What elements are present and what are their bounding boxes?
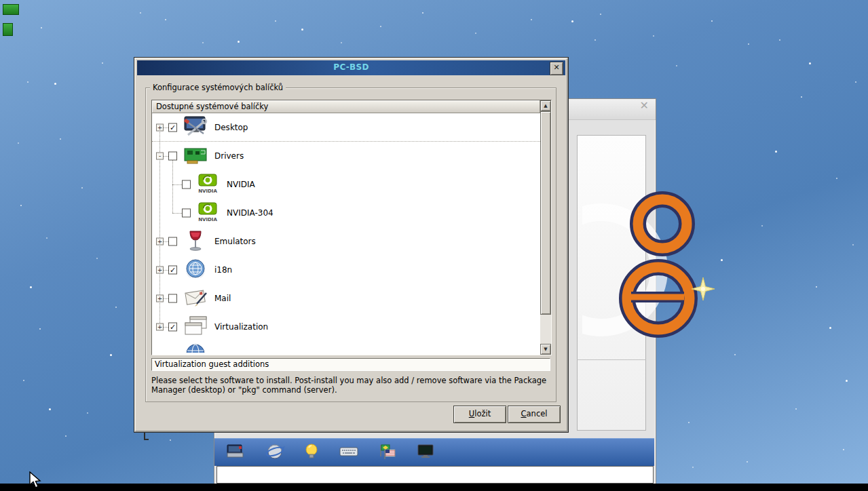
tree-item-label: i18n bbox=[214, 265, 232, 275]
desktop: ✕ bbox=[0, 0, 868, 491]
expand-icon[interactable]: + bbox=[156, 267, 164, 274]
tree-body: + ✓ bbox=[152, 113, 540, 355]
keyboard-icon bbox=[339, 441, 359, 462]
dialog-titlebar[interactable]: PC-BSD ✕ bbox=[137, 60, 565, 75]
tree-item-desktop[interactable]: + ✓ bbox=[152, 113, 540, 142]
checkbox[interactable] bbox=[182, 180, 191, 189]
network-globe-icon bbox=[265, 441, 285, 462]
tree-item-virtualization[interactable]: + ✓ Virtualization bbox=[152, 313, 540, 341]
checkbox[interactable] bbox=[168, 152, 177, 161]
expand-icon[interactable]: + bbox=[156, 295, 164, 302]
pcbsd-package-dialog: PC-BSD ✕ Konfigurace systémových balíčků… bbox=[134, 58, 568, 432]
star-speckles-bright bbox=[0, 0, 2, 2]
tree-item-label: NVIDIA-304 bbox=[227, 208, 273, 218]
terminal-icon bbox=[415, 441, 436, 462]
i18n-globe-icon bbox=[182, 258, 209, 282]
expand-icon[interactable]: + bbox=[156, 123, 164, 131]
installer-toolbar: Zrušit Zpět Další bbox=[214, 438, 654, 466]
virtualization-icon bbox=[182, 315, 209, 339]
scrollbar-thumb[interactable] bbox=[540, 111, 551, 315]
save-button[interactable]: Uložit bbox=[453, 406, 506, 423]
package-config-groupbox: Konfigurace systémových balíčků Dostupné… bbox=[145, 87, 556, 402]
nvidia-icon: NVIDIA bbox=[194, 201, 221, 225]
checkbox[interactable] bbox=[182, 209, 191, 218]
selected-item-status: Virtualization guest additions bbox=[151, 358, 550, 371]
drivers-icon bbox=[182, 144, 209, 168]
tree-item-label: Drivers bbox=[214, 151, 244, 161]
checkbox[interactable]: ✓ bbox=[168, 123, 177, 132]
tree-item-nvidia-304[interactable]: NVIDIA NVIDIA-304 bbox=[152, 199, 540, 227]
locale-flags-icon bbox=[376, 441, 396, 462]
checkbox[interactable] bbox=[168, 237, 177, 246]
install-software-icon bbox=[225, 441, 246, 462]
tree-item-label: Mail bbox=[214, 294, 231, 303]
button-label-part: ancel bbox=[527, 409, 548, 418]
scroll-down-icon[interactable]: ▼ bbox=[540, 344, 551, 355]
nvidia-icon: NVIDIA bbox=[194, 172, 221, 197]
svg-text:NVIDIA: NVIDIA bbox=[198, 189, 217, 194]
expand-icon[interactable]: + bbox=[156, 323, 164, 331]
tree-item-label: Emulators bbox=[214, 237, 256, 246]
checkbox[interactable] bbox=[168, 294, 177, 303]
tree-item-label: Virtualization bbox=[214, 322, 268, 332]
button-label-part: C bbox=[521, 409, 527, 418]
tree-item-emulators[interactable]: + Emulators bbox=[152, 227, 540, 256]
tree-branch-line bbox=[172, 160, 173, 213]
emulators-icon bbox=[182, 229, 209, 254]
desktop-artifact-block bbox=[3, 4, 19, 15]
dialog-description: Please select the software to install. P… bbox=[151, 376, 549, 395]
desktop-artifact-block bbox=[3, 23, 13, 36]
dialog-title: PC-BSD bbox=[137, 62, 565, 72]
tree-header[interactable]: Dostupné systémové balíčky bbox=[152, 100, 540, 113]
installer-statusbar bbox=[216, 466, 654, 484]
tree-item-partial[interactable] bbox=[152, 341, 540, 353]
desktop-icon bbox=[182, 115, 209, 140]
scroll-up-icon[interactable]: ▲ bbox=[540, 100, 551, 111]
installer-panel-divider bbox=[577, 359, 646, 360]
tree-item-label: Desktop bbox=[214, 123, 248, 132]
expand-icon[interactable]: + bbox=[156, 238, 164, 246]
checkbox[interactable]: ✓ bbox=[168, 266, 177, 275]
tree-scrollbar[interactable]: ▲ ▼ bbox=[540, 100, 551, 355]
package-tree: Dostupné systémové balíčky + ✓ bbox=[151, 100, 552, 355]
tree-item-nvidia[interactable]: NVIDIA NVIDIA bbox=[152, 170, 540, 199]
mouse-cursor bbox=[29, 471, 43, 489]
tree-item-drivers[interactable]: - Drivers bbox=[152, 142, 540, 170]
button-label-part: U bbox=[469, 409, 474, 418]
collapse-icon[interactable]: - bbox=[156, 153, 164, 160]
globe-icon bbox=[182, 342, 209, 353]
groupbox-label: Konfigurace systémových balíčků bbox=[150, 83, 286, 92]
artifact-mark bbox=[144, 433, 149, 440]
hint-bulb-icon bbox=[301, 441, 322, 462]
mail-icon bbox=[182, 286, 209, 311]
checkbox[interactable]: ✓ bbox=[168, 323, 177, 332]
tree-item-label: NVIDIA bbox=[227, 180, 255, 189]
tree-item-mail[interactable]: + bbox=[152, 284, 540, 313]
tree-item-i18n[interactable]: + ✓ bbox=[152, 256, 540, 284]
svg-text:NVIDIA: NVIDIA bbox=[198, 217, 217, 222]
screen-letterbox bbox=[0, 484, 868, 491]
close-icon[interactable]: ✕ bbox=[550, 62, 563, 75]
button-label-part: ložit bbox=[474, 409, 491, 418]
close-icon[interactable]: ✕ bbox=[640, 99, 649, 112]
cancel-button[interactable]: Cancel bbox=[508, 406, 561, 423]
pcbsd-logo-art bbox=[582, 182, 725, 345]
